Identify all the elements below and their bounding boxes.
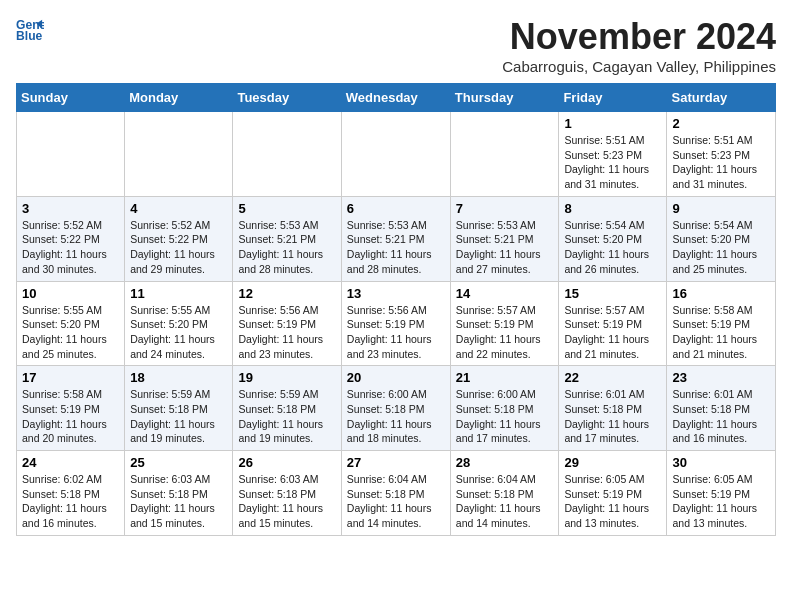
- column-header-thursday: Thursday: [450, 84, 559, 112]
- calendar-cell: 10Sunrise: 5:55 AMSunset: 5:20 PMDayligh…: [17, 281, 125, 366]
- calendar-cell: 6Sunrise: 5:53 AMSunset: 5:21 PMDaylight…: [341, 196, 450, 281]
- day-info: Sunrise: 6:00 AMSunset: 5:18 PMDaylight:…: [347, 387, 445, 446]
- day-info: Sunrise: 5:56 AMSunset: 5:19 PMDaylight:…: [347, 303, 445, 362]
- calendar-cell: 8Sunrise: 5:54 AMSunset: 5:20 PMDaylight…: [559, 196, 667, 281]
- day-number: 5: [238, 201, 335, 216]
- calendar-cell: 16Sunrise: 5:58 AMSunset: 5:19 PMDayligh…: [667, 281, 776, 366]
- title-block: November 2024 Cabarroguis, Cagayan Valle…: [502, 16, 776, 75]
- day-info: Sunrise: 5:53 AMSunset: 5:21 PMDaylight:…: [347, 218, 445, 277]
- calendar-cell: 12Sunrise: 5:56 AMSunset: 5:19 PMDayligh…: [233, 281, 341, 366]
- day-number: 28: [456, 455, 554, 470]
- day-number: 4: [130, 201, 227, 216]
- svg-text:Blue: Blue: [16, 29, 43, 43]
- calendar-header-row: SundayMondayTuesdayWednesdayThursdayFrid…: [17, 84, 776, 112]
- day-info: Sunrise: 6:03 AMSunset: 5:18 PMDaylight:…: [238, 472, 335, 531]
- calendar-cell: 4Sunrise: 5:52 AMSunset: 5:22 PMDaylight…: [125, 196, 233, 281]
- week-row-3: 10Sunrise: 5:55 AMSunset: 5:20 PMDayligh…: [17, 281, 776, 366]
- day-info: Sunrise: 5:59 AMSunset: 5:18 PMDaylight:…: [130, 387, 227, 446]
- calendar-cell: 30Sunrise: 6:05 AMSunset: 5:19 PMDayligh…: [667, 451, 776, 536]
- day-number: 14: [456, 286, 554, 301]
- calendar-cell: 21Sunrise: 6:00 AMSunset: 5:18 PMDayligh…: [450, 366, 559, 451]
- day-number: 2: [672, 116, 770, 131]
- day-number: 26: [238, 455, 335, 470]
- day-info: Sunrise: 5:52 AMSunset: 5:22 PMDaylight:…: [130, 218, 227, 277]
- day-number: 21: [456, 370, 554, 385]
- day-info: Sunrise: 6:00 AMSunset: 5:18 PMDaylight:…: [456, 387, 554, 446]
- day-info: Sunrise: 5:57 AMSunset: 5:19 PMDaylight:…: [456, 303, 554, 362]
- calendar-cell: 14Sunrise: 5:57 AMSunset: 5:19 PMDayligh…: [450, 281, 559, 366]
- day-info: Sunrise: 5:59 AMSunset: 5:18 PMDaylight:…: [238, 387, 335, 446]
- day-info: Sunrise: 5:55 AMSunset: 5:20 PMDaylight:…: [130, 303, 227, 362]
- day-info: Sunrise: 5:57 AMSunset: 5:19 PMDaylight:…: [564, 303, 661, 362]
- column-header-friday: Friday: [559, 84, 667, 112]
- day-number: 23: [672, 370, 770, 385]
- day-number: 7: [456, 201, 554, 216]
- calendar-cell: [341, 112, 450, 197]
- calendar-cell: 11Sunrise: 5:55 AMSunset: 5:20 PMDayligh…: [125, 281, 233, 366]
- day-number: 3: [22, 201, 119, 216]
- day-info: Sunrise: 6:01 AMSunset: 5:18 PMDaylight:…: [672, 387, 770, 446]
- calendar-cell: 19Sunrise: 5:59 AMSunset: 5:18 PMDayligh…: [233, 366, 341, 451]
- day-info: Sunrise: 5:53 AMSunset: 5:21 PMDaylight:…: [456, 218, 554, 277]
- calendar-cell: 5Sunrise: 5:53 AMSunset: 5:21 PMDaylight…: [233, 196, 341, 281]
- calendar-cell: 29Sunrise: 6:05 AMSunset: 5:19 PMDayligh…: [559, 451, 667, 536]
- day-number: 6: [347, 201, 445, 216]
- week-row-5: 24Sunrise: 6:02 AMSunset: 5:18 PMDayligh…: [17, 451, 776, 536]
- day-info: Sunrise: 5:58 AMSunset: 5:19 PMDaylight:…: [22, 387, 119, 446]
- day-number: 22: [564, 370, 661, 385]
- calendar-cell: 24Sunrise: 6:02 AMSunset: 5:18 PMDayligh…: [17, 451, 125, 536]
- logo-icon: General Blue: [16, 16, 44, 44]
- day-number: 15: [564, 286, 661, 301]
- logo: General Blue: [16, 16, 44, 44]
- day-info: Sunrise: 6:05 AMSunset: 5:19 PMDaylight:…: [564, 472, 661, 531]
- day-number: 8: [564, 201, 661, 216]
- day-number: 11: [130, 286, 227, 301]
- day-info: Sunrise: 5:51 AMSunset: 5:23 PMDaylight:…: [564, 133, 661, 192]
- calendar-cell: [17, 112, 125, 197]
- day-number: 20: [347, 370, 445, 385]
- calendar-cell: 13Sunrise: 5:56 AMSunset: 5:19 PMDayligh…: [341, 281, 450, 366]
- calendar-cell: 7Sunrise: 5:53 AMSunset: 5:21 PMDaylight…: [450, 196, 559, 281]
- day-number: 1: [564, 116, 661, 131]
- calendar-cell: 22Sunrise: 6:01 AMSunset: 5:18 PMDayligh…: [559, 366, 667, 451]
- day-number: 17: [22, 370, 119, 385]
- calendar-cell: 9Sunrise: 5:54 AMSunset: 5:20 PMDaylight…: [667, 196, 776, 281]
- month-title: November 2024: [502, 16, 776, 58]
- calendar-cell: 28Sunrise: 6:04 AMSunset: 5:18 PMDayligh…: [450, 451, 559, 536]
- day-info: Sunrise: 5:54 AMSunset: 5:20 PMDaylight:…: [564, 218, 661, 277]
- day-number: 16: [672, 286, 770, 301]
- day-number: 30: [672, 455, 770, 470]
- day-info: Sunrise: 5:58 AMSunset: 5:19 PMDaylight:…: [672, 303, 770, 362]
- calendar-cell: 23Sunrise: 6:01 AMSunset: 5:18 PMDayligh…: [667, 366, 776, 451]
- column-header-sunday: Sunday: [17, 84, 125, 112]
- day-info: Sunrise: 5:52 AMSunset: 5:22 PMDaylight:…: [22, 218, 119, 277]
- day-number: 29: [564, 455, 661, 470]
- calendar-cell: 17Sunrise: 5:58 AMSunset: 5:19 PMDayligh…: [17, 366, 125, 451]
- calendar-cell: 18Sunrise: 5:59 AMSunset: 5:18 PMDayligh…: [125, 366, 233, 451]
- calendar-cell: 2Sunrise: 5:51 AMSunset: 5:23 PMDaylight…: [667, 112, 776, 197]
- day-info: Sunrise: 6:04 AMSunset: 5:18 PMDaylight:…: [456, 472, 554, 531]
- day-info: Sunrise: 5:51 AMSunset: 5:23 PMDaylight:…: [672, 133, 770, 192]
- column-header-saturday: Saturday: [667, 84, 776, 112]
- day-number: 24: [22, 455, 119, 470]
- calendar-cell: [233, 112, 341, 197]
- day-info: Sunrise: 6:02 AMSunset: 5:18 PMDaylight:…: [22, 472, 119, 531]
- location-subtitle: Cabarroguis, Cagayan Valley, Philippines: [502, 58, 776, 75]
- week-row-4: 17Sunrise: 5:58 AMSunset: 5:19 PMDayligh…: [17, 366, 776, 451]
- day-info: Sunrise: 6:03 AMSunset: 5:18 PMDaylight:…: [130, 472, 227, 531]
- day-info: Sunrise: 5:54 AMSunset: 5:20 PMDaylight:…: [672, 218, 770, 277]
- calendar-cell: [450, 112, 559, 197]
- day-number: 27: [347, 455, 445, 470]
- calendar-table: SundayMondayTuesdayWednesdayThursdayFrid…: [16, 83, 776, 536]
- calendar-cell: 1Sunrise: 5:51 AMSunset: 5:23 PMDaylight…: [559, 112, 667, 197]
- day-number: 19: [238, 370, 335, 385]
- day-info: Sunrise: 5:53 AMSunset: 5:21 PMDaylight:…: [238, 218, 335, 277]
- day-info: Sunrise: 6:05 AMSunset: 5:19 PMDaylight:…: [672, 472, 770, 531]
- day-number: 13: [347, 286, 445, 301]
- day-number: 10: [22, 286, 119, 301]
- calendar-cell: 15Sunrise: 5:57 AMSunset: 5:19 PMDayligh…: [559, 281, 667, 366]
- page-header: General Blue November 2024 Cabarroguis, …: [16, 16, 776, 75]
- day-info: Sunrise: 6:04 AMSunset: 5:18 PMDaylight:…: [347, 472, 445, 531]
- day-info: Sunrise: 5:56 AMSunset: 5:19 PMDaylight:…: [238, 303, 335, 362]
- column-header-wednesday: Wednesday: [341, 84, 450, 112]
